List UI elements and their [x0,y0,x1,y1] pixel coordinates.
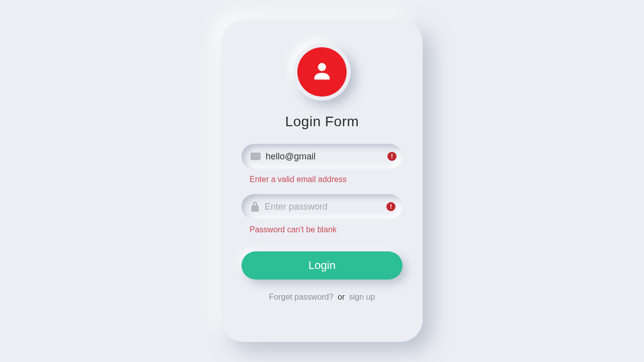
page-title: Login Form [285,114,359,130]
svg-point-0 [318,63,326,71]
footer-links: Forget password? or sign up [269,293,375,302]
password-input[interactable] [265,202,381,212]
password-field-wrap: ! [242,194,403,219]
email-field-wrap: ! [242,144,403,169]
footer-separator: or [338,293,345,301]
login-button[interactable]: Login [242,251,403,280]
email-input[interactable] [266,151,382,162]
avatar [297,47,347,97]
password-field-block: ! Password can't be blank [242,194,403,234]
email-field-block: ! Enter a valid email address [242,144,403,184]
error-icon: ! [386,202,395,211]
mail-icon [251,152,261,160]
password-error-text: Password can't be blank [250,225,403,234]
login-card: Login Form ! Enter a valid email address… [221,20,423,342]
avatar-ring [293,43,351,101]
lock-icon [251,202,260,212]
error-icon: ! [387,152,396,161]
user-icon [310,59,334,84]
forgot-password-link[interactable]: Forget password? [269,293,334,301]
sign-up-link[interactable]: sign up [349,293,375,301]
email-error-text: Enter a valid email address [250,175,403,184]
